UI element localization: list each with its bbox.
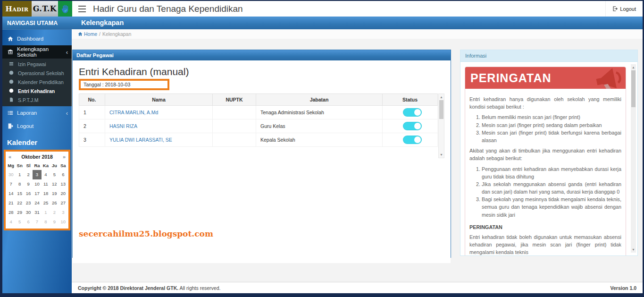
calendar-selected-day[interactable]: 3 (33, 170, 41, 179)
calendar-prev-button[interactable]: « (8, 154, 17, 160)
calendar-day[interactable]: 6 (59, 170, 67, 179)
info-scrollbar-up-icon[interactable]: ▲ (631, 64, 636, 70)
calendar-day[interactable]: 8 (42, 217, 50, 227)
sidebar-item-dashboard[interactable]: Dashboard (2, 32, 72, 45)
calendar-day[interactable]: 9 (50, 217, 59, 227)
calendar-day[interactable]: 4 (42, 170, 50, 179)
calendar-day-name: Sa (59, 161, 67, 170)
calendar-day[interactable]: 10 (59, 217, 67, 227)
sidebar-item-logout[interactable]: Logout (2, 119, 72, 133)
employee-name-link[interactable]: YULIA DWI LARASSATI, SE (109, 137, 172, 143)
sidebar-item-sptjm[interactable]: S.P.T.J.M (2, 95, 72, 104)
scrollbar-up-icon[interactable]: ▲ (439, 94, 444, 100)
informasi-header: Informasi (460, 50, 637, 62)
calendar-day[interactable]: 25 (42, 198, 50, 208)
calendar-day[interactable]: 23 (24, 198, 33, 208)
cell-nama: YULIA DWI LARASSATI, SE (105, 133, 213, 147)
calendar-day[interactable]: 14 (7, 189, 15, 198)
calendar-day[interactable]: 16 (24, 189, 33, 198)
calendar-day[interactable]: 11 (42, 179, 50, 189)
sidebar-item-label: Kelengkapan Sekolah (17, 46, 62, 58)
warning-intro: Entri kehadiran hanya digunakan oleh sek… (469, 95, 621, 110)
calendar-day[interactable]: 19 (50, 189, 59, 198)
calendar-day[interactable]: 7 (7, 179, 15, 189)
calendar-day[interactable]: 5 (15, 217, 24, 227)
column-header-jabatan: Jabatan (256, 94, 383, 106)
calendar-day[interactable]: 27 (59, 198, 67, 208)
calendar-day[interactable]: 21 (7, 198, 15, 208)
calendar-day[interactable]: 6 (24, 217, 33, 227)
employee-table: No.NamaNUPTKJabatanStatus1CITRA MARLIN, … (79, 93, 438, 147)
calendar-month-title: Oktober 2018 (17, 154, 57, 160)
calendar-day[interactable]: 12 (50, 179, 59, 189)
employee-name-link[interactable]: HASNI RIZA (109, 123, 137, 129)
cell-nuptk (213, 106, 256, 119)
calendar-day[interactable]: 28 (7, 208, 15, 217)
info-scrollbar[interactable]: ▲ ▼ (631, 64, 636, 253)
calendar-day[interactable]: 2 (50, 208, 59, 217)
calendar-day-name: Ra (33, 161, 41, 170)
column-header-status: Status (383, 94, 438, 106)
calendar-day[interactable]: 30 (7, 170, 15, 179)
scrollbar-thumb[interactable] (439, 100, 443, 119)
footer: Copyright © 2018 Direktorat Jenderal GTK… (72, 282, 643, 293)
calendar-day[interactable]: 9 (24, 179, 33, 189)
calendar-day[interactable]: 26 (50, 198, 59, 208)
sidebar-item-entri-kehadiran[interactable]: Entri Kehadiran (2, 86, 72, 95)
list-icon (8, 110, 13, 116)
calendar-day[interactable]: 3 (59, 208, 67, 217)
calendar-week: 30123456 (7, 170, 67, 179)
calendar-day[interactable]: 15 (15, 189, 24, 198)
panel-header: Daftar Pegawai (73, 50, 451, 60)
megaphone-icon (590, 67, 626, 89)
calendar-day[interactable]: 2 (24, 170, 33, 179)
calendar-day[interactable]: 1 (15, 170, 24, 179)
sidebar-item-kelengkapan-sekolah[interactable]: Kelengkapan Sekolah‹ (2, 45, 72, 59)
table-scrollbar[interactable]: ▲ ▼ (438, 93, 444, 158)
calendar-day[interactable]: 18 (42, 189, 50, 198)
calendar-day[interactable]: 8 (15, 179, 24, 189)
status-toggle[interactable] (403, 136, 422, 144)
cell-jabatan: Tenaga Administrasi Sekolah (256, 106, 383, 119)
sidebar-item-kalender-pendidikan[interactable]: Kalender Pendidikan (2, 77, 72, 86)
cell-no: 1 (79, 106, 105, 119)
status-toggle[interactable] (403, 108, 422, 117)
calendar-next-button[interactable]: » (57, 154, 66, 160)
warning-banner: PERINGATAN (465, 67, 626, 89)
sidebar-item-izin-pegawai[interactable]: Izin Pegawai (2, 59, 72, 68)
calendar-day[interactable]: 1 (42, 208, 50, 217)
calendar-day[interactable]: 4 (7, 217, 15, 227)
info-scrollbar-thumb[interactable] (631, 70, 636, 107)
logout-button[interactable]: Logout (605, 1, 636, 17)
calendar-day[interactable]: 13 (59, 179, 67, 189)
sidebar: NAVIGASI UTAMA DashboardKelengkapan Seko… (2, 17, 72, 293)
sidebar-item-operasional-sekolah[interactable]: Operasional Sekolah (2, 68, 72, 77)
calendar-day[interactable]: 7 (33, 217, 41, 227)
sidebar-menu: DashboardKelengkapan Sekolah‹Izin Pegawa… (2, 30, 72, 133)
sidebar-item-label: Kalender Pendidikan (18, 79, 64, 85)
app-logo[interactable]: Hadir G.T.K (2, 1, 72, 17)
calendar-day[interactable]: 29 (15, 208, 24, 217)
table-row: 1CITRA MARLIN, A.MdTenaga Administrasi S… (79, 106, 438, 119)
calendar-day[interactable]: 17 (33, 189, 41, 198)
sidebar-item-label: Entri Kehadiran (18, 88, 55, 94)
calendar-day[interactable]: 31 (33, 208, 41, 217)
menu-toggle-icon[interactable] (78, 6, 86, 12)
calendar-day[interactable]: 20 (59, 189, 67, 198)
calendar-day[interactable]: 30 (24, 208, 33, 217)
calendar-day[interactable]: 10 (33, 179, 41, 189)
employee-name-link[interactable]: CITRA MARLIN, A.Md (109, 110, 158, 115)
breadcrumb-home-link[interactable]: Home (78, 29, 97, 39)
calendar-day[interactable]: 5 (50, 170, 59, 179)
app-title: Hadir Guru dan Tenaga Kependidikan (93, 4, 243, 14)
info-scrollbar-down-icon[interactable]: ▼ (631, 246, 636, 253)
calendar-day[interactable]: 22 (15, 198, 24, 208)
list-item: Jika sekolah menggunakan absensi ganda (… (482, 180, 621, 195)
status-toggle[interactable] (403, 122, 422, 130)
list-item: Penggunaan entri kehadiran akan menyebab… (482, 165, 621, 180)
calendar-day[interactable]: 24 (33, 198, 41, 208)
sidebar-item-laporan[interactable]: Laporan‹ (2, 106, 72, 119)
breadcrumb-separator: / (99, 29, 100, 39)
calendar-day-name: Sl (24, 161, 33, 170)
scrollbar-down-icon[interactable]: ▼ (439, 152, 444, 158)
